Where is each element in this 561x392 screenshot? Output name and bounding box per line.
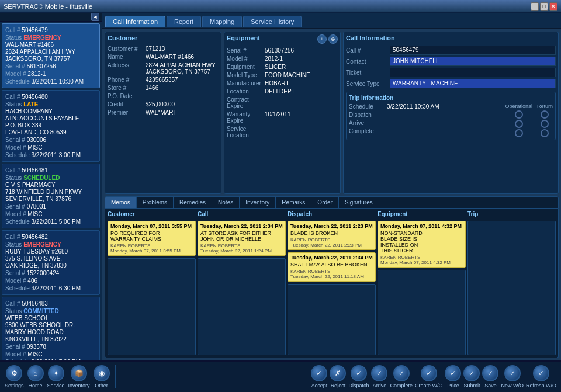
toolbar-item-submit[interactable]: ✓ Submit [463,365,480,388]
memo-card[interactable]: Monday, March 07, 2011 4:32 PMNON-STANDA… [378,221,466,268]
toolbar-item-dispatch[interactable]: ✓ Dispatch [348,365,369,388]
tab-mapping[interactable]: Mapping [202,16,242,27]
equipment-field-row: Model TypeFOOD MACHINE [227,72,338,78]
toolbar-item-other[interactable]: ◉ Other [94,365,110,388]
equipment-field-row: Contract Expire [227,96,338,109]
inventory-icon: 📦 [71,365,87,381]
toolbar-item-service[interactable]: ✦ Service [47,365,65,388]
callinfo-field-row: Service TypeWARRANTY - MACHINE [346,79,556,88]
memo-tab-remedies[interactable]: Remedies [174,197,212,208]
arrive-icon: ✓ [371,365,387,381]
memo-card[interactable]: Monday, March 07, 2011 3:55 PMPO REQUIRE… [108,221,196,256]
memo-col-header-customer: Customer [108,211,196,218]
customer-panel-title: Customer [108,34,219,43]
return-radio-complete[interactable] [541,129,549,137]
memo-empty-area [468,221,556,356]
call-card-1[interactable]: Call # 50456480 Status LATE HACH COMPANY… [2,90,100,162]
bottom-toolbar: ⚙ Settings ⌂ Home ✦ Service 📦 Inventory … [0,360,561,392]
memo-tab-inventory[interactable]: Inventory [240,197,276,208]
customer-field-row: PremierWAL*MART [108,109,219,116]
save-icon: ✓ [482,365,498,381]
memo-empty-area [108,258,196,356]
callinfo-panel: Call Information Call #50456479ContactJO… [343,32,559,194]
memo-tab-memos[interactable]: Memos [105,197,137,208]
operational-col-header: Operational [505,103,532,109]
window-controls: _ □ ✕ [531,2,557,11]
operational-radio-complete[interactable] [515,129,523,137]
other-icon: ◉ [94,365,110,381]
memo-card[interactable]: Tuesday, March 22, 2011 2:23 PMBLADE IS … [288,221,376,250]
call-card-2[interactable]: Call # 50456481 Status SCHEDULED C V S P… [2,164,100,228]
memo-tab-order[interactable]: Order [311,197,339,208]
submit-icon: ✓ [463,365,480,381]
equipment-icons: + ⊕ [317,34,338,44]
toolbar-item-arrive[interactable]: ✓ Arrive [371,365,387,388]
memo-col-call: CallTuesday, March 22, 2011 2:34 PMAT ST… [198,211,286,356]
toolbar-item-refresh-w-o[interactable]: ✓ Refresh W/O [526,365,556,388]
service-icon: ✦ [48,365,64,381]
equipment-field-row: Service Location [227,126,338,138]
toolbar-item-price[interactable]: ✓ Price [445,365,461,388]
memo-card[interactable]: Tuesday, March 22, 2011 2:34 PMSHAFT MAY… [288,252,376,282]
maximize-button[interactable]: □ [540,2,548,11]
toolbar-item-inventory[interactable]: 📦 Inventory [68,365,90,388]
callinfo-fields: Call #50456479ContactJOHN MITCHELLTicket… [346,46,556,88]
main-container: ◄ Call # 50456479 Status EMERGENCY WAL-M… [0,13,561,360]
customer-panel: Customer Customer #071213NameWAL-MART #1… [105,32,221,194]
close-button[interactable]: ✕ [549,2,557,11]
toolbar-item-complete[interactable]: ✓ Complete [390,365,413,388]
accept-icon: ✓ [311,365,327,381]
toolbar-item-accept[interactable]: ✓ Accept [311,365,327,388]
minimize-button[interactable]: _ [531,2,539,11]
toolbar-item-save[interactable]: ✓ Save [482,365,498,388]
toolbar-item-home[interactable]: ⌂ Home [27,365,44,388]
return-radio-dispatch[interactable] [541,110,549,119]
memo-card[interactable]: Tuesday, March 22, 2011 2:34 PMAT STORE … [198,221,286,256]
sidebar-collapse-button[interactable]: ◄ [91,13,99,21]
settings-icon: ⚙ [6,365,22,381]
equipment-add-btn[interactable]: + [317,34,327,44]
memo-tab-signatures[interactable]: Signatures [339,197,379,208]
call-cards-container: Call # 50456479 Status EMERGENCY WAL-MAR… [0,22,102,360]
toolbar-item-reject[interactable]: ✗ Reject [330,365,346,388]
operational-radio-arrive[interactable] [515,120,523,128]
return-col-header: Return [537,103,553,109]
return-radio-arrive[interactable] [541,120,549,128]
equipment-search-btn[interactable]: ⊕ [328,34,338,44]
content-area: Call InformationReportMappingService His… [102,13,561,360]
memo-col-customer: CustomerMonday, March 07, 2011 3:55 PMPO… [108,211,196,356]
equipment-panel: Equipment + ⊕ Serial #561307256Model #28… [224,32,341,194]
memo-col-header-trip: Trip [468,211,556,218]
title-text: SERVTRAC® Mobile - titusville [4,3,92,10]
tab-call-information[interactable]: Call Information [105,16,165,27]
memo-content: CustomerMonday, March 07, 2011 3:55 PMPO… [105,209,559,359]
operational-radio-dispatch[interactable] [515,110,523,119]
trip-section: Trip Information Schedule 3/22/2011 10:3… [346,92,556,140]
equipment-field-row: Serial #561307256 [227,47,338,54]
toolbar-item-create-w-o[interactable]: ✓ Create W/O [415,365,443,388]
customer-fields: Customer #071213NameWAL-MART #1466Addres… [108,46,219,116]
customer-field-row: Phone #4235665357 [108,77,219,83]
price-icon: ✓ [445,365,461,381]
equipment-field-row: Warranty Expire10/1/2011 [227,111,338,124]
memo-tab-notes[interactable]: Notes [212,197,240,208]
arrive-label: Arrive [349,120,387,126]
toolbar-left-items: ⚙ Settings ⌂ Home ✦ Service 📦 Inventory … [5,365,110,388]
equipment-panel-title: Equipment [227,34,260,43]
tab-report[interactable]: Report [167,16,201,27]
customer-field-row: Store #1466 [108,85,219,91]
toolbar-item-new-w-o[interactable]: ✓ New W/O [501,365,524,388]
memo-col-header-equipment: Equipment [378,211,466,218]
call-card-3[interactable]: Call # 50456482 Status EMERGENCY RUBY TU… [2,230,100,295]
sidebar-header: ◄ [0,13,102,22]
call-card-4[interactable]: Call # 50456483 Status COMMITTED WEBB SC… [2,297,100,360]
complete-icon: ✓ [393,365,410,381]
toolbar-item-settings[interactable]: ⚙ Settings [5,365,24,388]
trip-title: Trip Information [349,95,553,101]
memo-tab-problems[interactable]: Problems [137,197,174,208]
tab-service-history[interactable]: Service History [243,16,302,27]
customer-field-row: Credit$25,000.00 [108,101,219,107]
memo-tab-remarks[interactable]: Remarks [276,197,311,208]
dispatch-label: Dispatch [349,112,387,118]
call-card-0[interactable]: Call # 50456479 Status EMERGENCY WAL-MAR… [2,23,100,88]
